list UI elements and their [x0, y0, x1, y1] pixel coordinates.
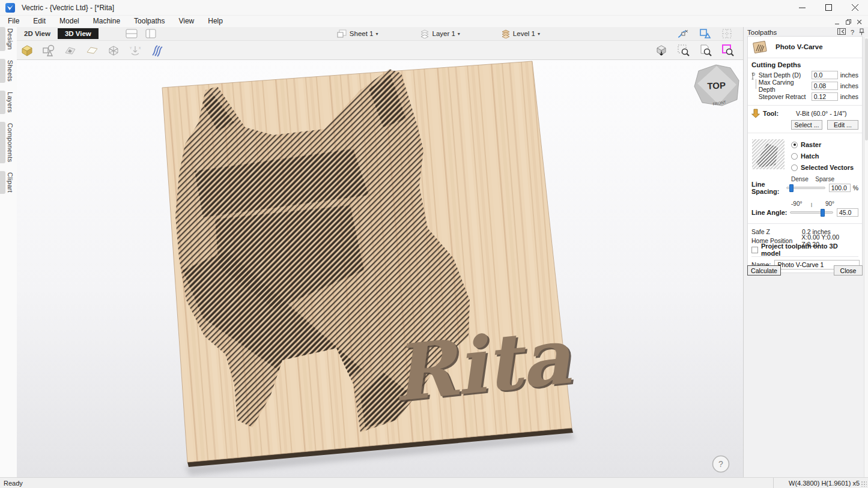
sidebar-tab-layers[interactable]: Layers [0, 91, 17, 114]
split-horizontal-icon[interactable] [124, 26, 139, 41]
menu-model[interactable]: Model [53, 16, 85, 27]
menu-file[interactable]: File [2, 16, 25, 27]
line-spacing-handle[interactable] [789, 184, 794, 192]
selection-dimensions: W(4.3800) H(1.9601) x5 [773, 478, 868, 488]
isometric-view-icon[interactable] [654, 43, 669, 58]
calculate-button[interactable]: Calculate [747, 265, 781, 276]
safe-z-label: Safe Z [751, 228, 802, 235]
cutting-depths-title: Cutting Depths [751, 61, 858, 68]
mdi-close-button[interactable] [857, 16, 862, 27]
strategy-section: Raster Hatch Selected Vectors Dense Spar… [748, 133, 862, 224]
project-toolpath-row: Project toolpath onto 3D model [751, 245, 858, 255]
project-toolpath-label: Project toolpath onto 3D model [761, 242, 858, 257]
bitmap-visibility-icon[interactable] [62, 43, 78, 58]
sidebar-tab-design[interactable]: Design [0, 27, 17, 51]
wireframe-model-icon[interactable] [106, 43, 121, 58]
project-toolpath-checkbox[interactable] [751, 247, 758, 253]
grid-snap-icon[interactable] [719, 26, 735, 41]
split-vertical-icon[interactable] [143, 26, 159, 41]
carved-name: Rita Rita [387, 310, 577, 421]
window-title: Vectric - {Vectric Ltd} - [*Rita] [22, 4, 114, 12]
max-depth-label: Max Carving Depth [759, 79, 812, 93]
mdi-minimize-button[interactable] [835, 16, 840, 27]
line-angle-label: Line Angle: [751, 209, 790, 216]
level-dropdown[interactable]: Level 1▾ [500, 29, 540, 38]
material-plane-icon[interactable] [84, 43, 100, 58]
menu-view[interactable]: View [172, 16, 200, 27]
menu-help[interactable]: Help [202, 16, 229, 27]
angle-max-label: 90° [825, 200, 834, 207]
selected-vectors-label: Selected Vectors [801, 164, 854, 171]
stepover-retract-input[interactable] [812, 92, 838, 101]
view-toolbar: 2D View 3D View Sheet 1▾ Layer 1▾ Level … [17, 27, 743, 41]
pin-panel-icon[interactable] [859, 28, 864, 37]
toolpaths-panel: Toolpaths ? Photo V-Carve Cutting Depths [743, 27, 868, 477]
menu-edit[interactable]: Edit [27, 16, 52, 27]
collapse-panel-icon[interactable] [837, 28, 846, 36]
title-bar: Vectric - {Vectric Ltd} - [*Rita] [0, 0, 868, 16]
view-orientation-cube[interactable]: TOP FRONT [694, 65, 739, 106]
datum-position-icon[interactable]: YX [127, 43, 143, 58]
chevron-down-icon: ▾ [458, 31, 460, 37]
zoom-drawing-icon[interactable] [698, 43, 714, 58]
close-panel-button[interactable]: Close [834, 265, 863, 276]
line-angle-slider[interactable] [790, 211, 833, 214]
sheet-icon [336, 29, 347, 38]
zoom-box-icon[interactable] [676, 43, 691, 58]
sheet-dropdown[interactable]: Sheet 1▾ [336, 29, 378, 38]
snap-geometry-icon[interactable] [676, 26, 691, 41]
level-dropdown-label: Level 1 [513, 30, 535, 37]
vectors-visibility-icon[interactable] [41, 43, 56, 58]
minimize-button[interactable] [789, 0, 815, 16]
tab-2d-view[interactable]: 2D View [17, 28, 58, 39]
tool-select-button[interactable]: Select ... [791, 120, 822, 130]
material-block-icon[interactable] [19, 43, 35, 58]
raster-preview-image [751, 139, 785, 170]
layer-dropdown-label: Layer 1 [432, 30, 455, 37]
line-spacing-slider[interactable] [786, 187, 825, 189]
angle-min-label: -90° [791, 200, 802, 207]
layer-dropdown[interactable]: Layer 1▾ [419, 29, 460, 38]
smart-snap-icon[interactable] [697, 26, 713, 41]
3d-view-canvas[interactable]: Rita Rita TOP FRONT ? [17, 60, 743, 477]
panel-scrollbar[interactable] [864, 37, 868, 477]
radio-icon [791, 142, 798, 148]
line-spacing-unit: % [853, 184, 858, 191]
resize-grip[interactable] [861, 481, 867, 487]
svg-text:Y: Y [130, 46, 132, 50]
tool-value: V-Bit (60.0° - 1/4") [796, 110, 846, 117]
line-spacing-input[interactable] [829, 184, 851, 192]
raster-radio[interactable]: Raster [791, 141, 854, 148]
hatch-radio[interactable]: Hatch [791, 152, 854, 160]
line-angle-input[interactable] [837, 208, 858, 217]
status-message: Ready [0, 480, 23, 487]
close-button[interactable] [842, 0, 868, 16]
menu-machine[interactable]: Machine [87, 16, 126, 27]
start-depth-input[interactable] [812, 71, 838, 79]
tab-3d-view[interactable]: 3D View [58, 28, 99, 39]
radio-icon [791, 164, 798, 171]
zoom-selection-icon[interactable] [720, 43, 736, 58]
tool-edit-button[interactable]: Edit ... [827, 120, 858, 130]
mdi-restore-button[interactable] [846, 16, 851, 27]
photo-vcarve-icon [751, 39, 768, 55]
maximize-button[interactable] [815, 0, 842, 16]
sidebar-tab-clipart[interactable]: Clipart [0, 171, 17, 194]
panel-help-icon[interactable]: ? [851, 29, 854, 36]
vbit-depth-diagram: D [751, 70, 756, 101]
line-angle-handle[interactable] [821, 209, 825, 217]
sidebar-tab-components[interactable]: Components [0, 122, 17, 163]
stepover-retract-row: Stepover Retract inches [759, 91, 858, 102]
selected-vectors-radio[interactable]: Selected Vectors [791, 164, 854, 171]
max-depth-input[interactable] [812, 82, 838, 90]
hatch-label: Hatch [801, 152, 819, 160]
photo-vcarve-form: Photo V-Carve Cutting Depths D Start Dep… [747, 36, 863, 273]
cutting-depths-section: Cutting Depths D Start Depth (D) inches [748, 58, 862, 106]
stepover-retract-unit: inches [840, 93, 858, 100]
toolpath-visibility-icon[interactable] [149, 43, 165, 58]
sidebar-tab-sheets[interactable]: Sheets [0, 59, 17, 83]
start-depth-unit: inches [840, 71, 858, 79]
canvas-help-button[interactable]: ? [713, 456, 729, 472]
start-depth-label: Start Depth (D) [759, 71, 812, 79]
help-question-glyph: ? [718, 459, 723, 469]
